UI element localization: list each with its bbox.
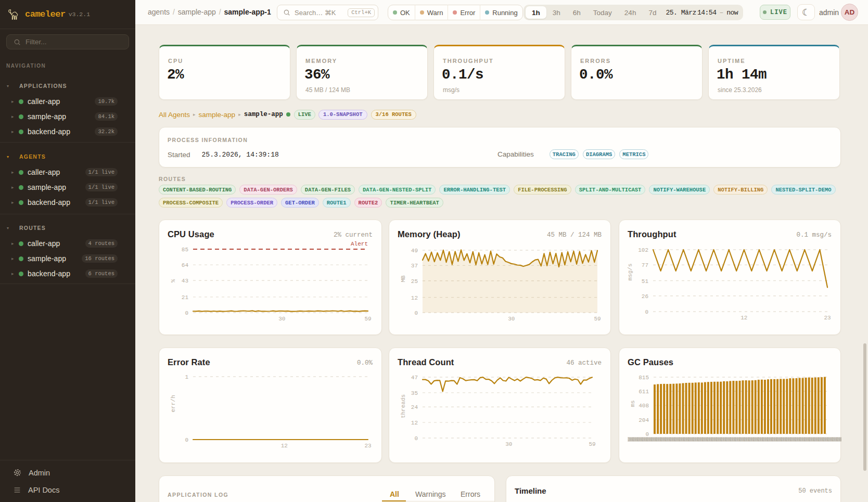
svg-text:59: 59 [589, 441, 595, 447]
svg-text:30: 30 [508, 316, 515, 322]
svg-text:85: 85 [182, 247, 188, 253]
svg-text:12: 12 [411, 420, 418, 426]
svg-text:12: 12 [411, 295, 418, 301]
svg-text:611: 611 [639, 389, 649, 395]
svg-text:59: 59 [364, 316, 371, 322]
svg-text:204: 204 [639, 417, 649, 423]
svg-text:0: 0 [185, 437, 188, 443]
svg-text:ms: ms [630, 400, 636, 407]
svg-text:0: 0 [185, 310, 188, 316]
svg-text:30: 30 [278, 316, 285, 322]
svg-text:35: 35 [411, 390, 418, 396]
svg-text:0: 0 [414, 435, 418, 442]
svg-text:msg/s: msg/s [627, 263, 633, 280]
svg-text:23: 23 [364, 443, 371, 449]
svg-text:24: 24 [411, 404, 418, 410]
svg-text:20:00:0020:00:0020:00:0020:00:: 20:00:0020:00:0020:00:0020:00:0020:00:00… [629, 437, 841, 443]
svg-text:815: 815 [639, 375, 649, 381]
svg-text:77: 77 [642, 262, 648, 268]
svg-text:err/h: err/h [170, 395, 176, 412]
svg-text:30: 30 [505, 441, 512, 447]
svg-text:MB: MB [400, 275, 406, 282]
svg-text:21: 21 [182, 294, 189, 301]
svg-text:0: 0 [645, 309, 648, 315]
svg-text:25: 25 [411, 278, 418, 285]
svg-text:43: 43 [182, 278, 188, 284]
svg-text:12: 12 [741, 315, 747, 321]
svg-text:47: 47 [411, 375, 418, 381]
svg-text:408: 408 [639, 403, 649, 409]
svg-text:12: 12 [281, 443, 288, 449]
svg-text:64: 64 [182, 262, 189, 268]
svg-text:threads: threads [400, 394, 406, 418]
svg-text:1: 1 [185, 374, 188, 380]
svg-text:Alert: Alert [351, 241, 368, 247]
svg-text:37: 37 [411, 263, 418, 269]
svg-text:23: 23 [824, 315, 831, 321]
svg-text:%: % [170, 279, 176, 282]
svg-text:0: 0 [414, 310, 418, 316]
svg-text:26: 26 [642, 293, 648, 300]
svg-text:102: 102 [638, 247, 648, 253]
svg-text:49: 49 [411, 248, 418, 254]
svg-text:51: 51 [642, 278, 649, 285]
svg-text:59: 59 [594, 316, 601, 322]
